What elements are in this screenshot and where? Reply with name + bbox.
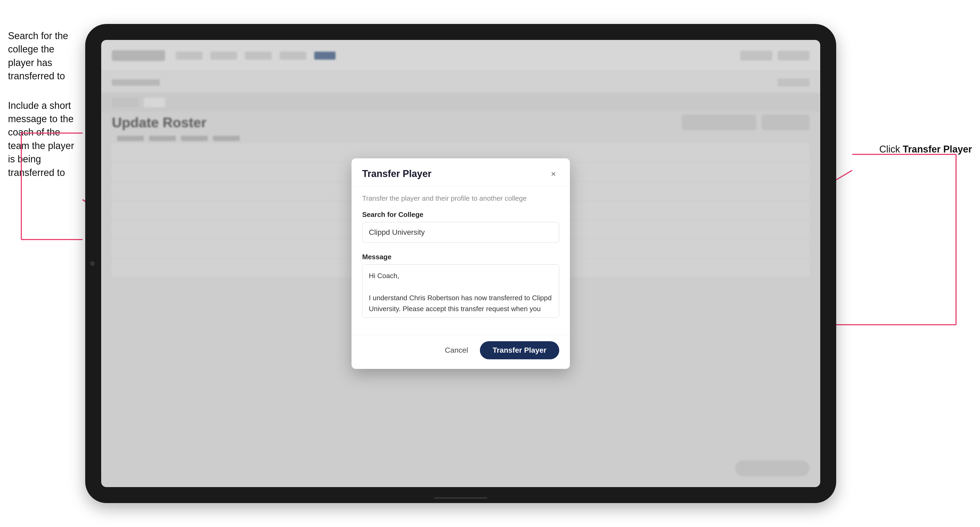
message-label: Message	[362, 253, 559, 261]
modal-title: Transfer Player	[362, 168, 431, 179]
ipad-home-bar	[434, 497, 487, 499]
message-group: Message Hi Coach, I understand Chris Rob…	[362, 253, 559, 321]
annotation-right-bold: Transfer Player	[903, 144, 972, 155]
search-college-input[interactable]	[362, 222, 559, 243]
modal-footer: Cancel Transfer Player	[352, 335, 570, 369]
ipad-camera	[90, 261, 95, 266]
modal-subtitle: Transfer the player and their profile to…	[362, 194, 559, 203]
annotation-left-bottom: Include a short message to the coach of …	[8, 99, 83, 179]
modal-overlay: Transfer Player × Transfer the player an…	[101, 40, 820, 487]
annotation-left: Search for the college the player has tr…	[8, 29, 83, 179]
modal-close-button[interactable]: ×	[547, 168, 559, 179]
cancel-button[interactable]: Cancel	[439, 342, 473, 358]
annotation-left-top: Search for the college the player has tr…	[8, 29, 83, 83]
annotation-right: Click Transfer Player	[879, 144, 972, 155]
transfer-label: Transfer Player	[493, 346, 546, 354]
message-textarea[interactable]: Hi Coach, I understand Chris Robertson h…	[362, 264, 559, 317]
modal-dialog: Transfer Player × Transfer the player an…	[352, 158, 570, 369]
transfer-player-button[interactable]: Transfer Player	[480, 341, 559, 359]
search-college-label: Search for College	[362, 211, 559, 219]
modal-header: Transfer Player ×	[352, 158, 570, 186]
cancel-label: Cancel	[445, 346, 468, 354]
close-icon: ×	[551, 170, 556, 178]
ipad-device: Update Roster	[85, 24, 836, 503]
modal-body: Transfer the player and their profile to…	[352, 186, 570, 335]
ipad-screen: Update Roster	[101, 40, 820, 487]
search-college-group: Search for College	[362, 211, 559, 250]
